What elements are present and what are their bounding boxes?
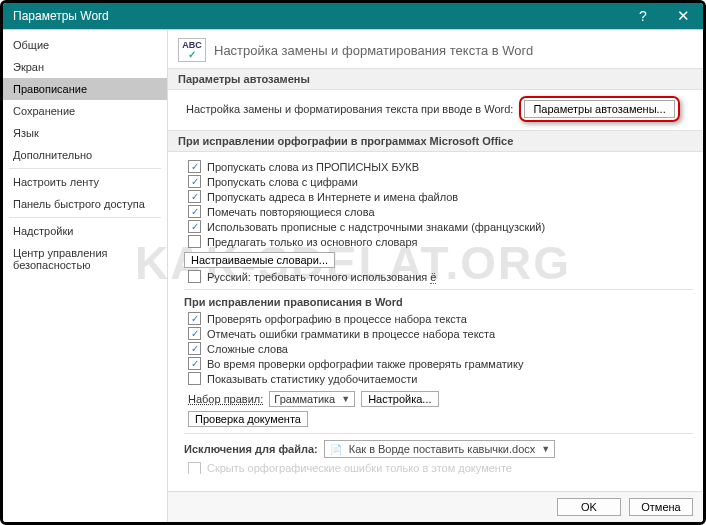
ruleset-settings-button[interactable]: Настройка... [361, 391, 438, 407]
cancel-button[interactable]: Отмена [629, 498, 693, 516]
word-checkbox-2[interactable] [188, 342, 201, 355]
dialog-footer: OK Отмена [168, 491, 703, 522]
checkbox-label: Пропускать адреса в Интернете и имена фа… [207, 191, 458, 203]
office-checkbox-1[interactable] [188, 175, 201, 188]
ruleset-select[interactable]: Грамматика▼ [269, 391, 355, 407]
exceptions-file-select[interactable]: 📄 Как в Ворде поставить кавычки.docx ▼ [324, 440, 555, 458]
checkbox-label: Предлагать только из основного словаря [207, 236, 417, 248]
office-checkbox-0[interactable] [188, 160, 201, 173]
titlebar: Параметры Word ? ✕ [3, 3, 703, 29]
checkbox-hide-spelling-this-doc[interactable] [188, 462, 201, 474]
close-button[interactable]: ✕ [663, 3, 703, 29]
chevron-down-icon: ▼ [341, 394, 350, 404]
sidebar-item[interactable]: Центр управления безопасностью [3, 242, 167, 276]
main-panel: ABC✓ Настройка замены и форматирования т… [168, 30, 703, 522]
header-abc-icon: ABC✓ [178, 38, 206, 62]
check-document-button[interactable]: Проверка документа [188, 411, 308, 427]
dialog-window: KAK-SDELAT.ORG Параметры Word ? ✕ ОбщиеЭ… [0, 0, 706, 525]
sidebar-item[interactable]: Общие [3, 34, 167, 56]
sidebar-item[interactable]: Дополнительно [3, 144, 167, 166]
word-checkbox-3[interactable] [188, 357, 201, 370]
office-checkbox-2[interactable] [188, 190, 201, 203]
ruleset-label: Набор правил: [188, 393, 263, 405]
checkbox-label: Пропускать слова из ПРОПИСНЫХ БУКВ [207, 161, 419, 173]
ok-button[interactable]: OK [557, 498, 621, 516]
sidebar-item[interactable]: Панель быстрого доступа [3, 193, 167, 215]
section-autocorrect-head: Параметры автозамены [168, 68, 703, 90]
office-checkbox-4[interactable] [188, 220, 201, 233]
checkbox-label: Помечать повторяющиеся слова [207, 206, 375, 218]
checkbox-label: Использовать прописные с надстрочными зн… [207, 221, 545, 233]
word-checkbox-1[interactable] [188, 327, 201, 340]
sidebar-item[interactable]: Надстройки [3, 220, 167, 242]
exceptions-label: Исключения для файла: [184, 443, 318, 455]
checkbox-label: Пропускать слова с цифрами [207, 176, 358, 188]
sidebar-item[interactable]: Сохранение [3, 100, 167, 122]
office-checkbox-3[interactable] [188, 205, 201, 218]
autocorrect-highlight: Параметры автозамены... [519, 96, 679, 122]
autocorrect-desc: Настройка замены и форматирования текста… [186, 103, 513, 115]
checkbox-label: Отмечать ошибки грамматики в процессе на… [207, 328, 495, 340]
sidebar-item[interactable]: Язык [3, 122, 167, 144]
sidebar-item[interactable]: Правописание [3, 78, 167, 100]
word-file-icon: 📄 [329, 442, 343, 456]
sidebar-item[interactable]: Экран [3, 56, 167, 78]
word-checkbox-0[interactable] [188, 312, 201, 325]
help-button[interactable]: ? [623, 3, 663, 29]
scroll-area: Пропускать слова из ПРОПИСНЫХ БУКВПропус… [168, 152, 703, 491]
autocorrect-options-button[interactable]: Параметры автозамены... [524, 100, 674, 118]
office-checkbox-5[interactable] [188, 235, 201, 248]
section-office-spell-head: При исправлении орфографии в программах … [168, 130, 703, 152]
checkbox-label: Русский: требовать точного использования… [207, 271, 436, 283]
section-word-spell-head: При исправлении правописания в Word [184, 289, 693, 308]
truncated-option: Скрыть орфографические ошибки только в э… [207, 462, 512, 474]
word-checkbox-4[interactable] [188, 372, 201, 385]
sidebar-item[interactable]: Настроить ленту [3, 171, 167, 193]
checkbox-ru-strict-yo[interactable] [188, 270, 201, 283]
checkbox-label: Во время проверки орфографии также прове… [207, 358, 523, 370]
page-title: Настройка замены и форматирования текста… [214, 43, 533, 58]
checkbox-label: Показывать статистику удобочитаемости [207, 373, 417, 385]
sidebar: ОбщиеЭкранПравописаниеСохранениеЯзыкДопо… [3, 30, 168, 522]
checkbox-label: Сложные слова [207, 343, 288, 355]
custom-dictionaries-button[interactable]: Настраиваемые словари... [184, 252, 335, 268]
checkbox-label: Проверять орфографию в процессе набора т… [207, 313, 467, 325]
window-title: Параметры Word [13, 9, 109, 23]
chevron-down-icon: ▼ [541, 444, 550, 454]
